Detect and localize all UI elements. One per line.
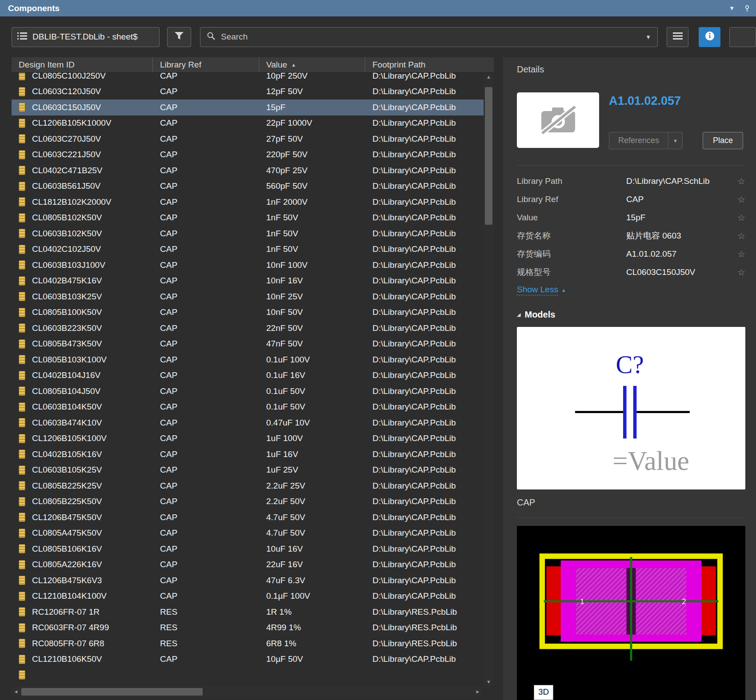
component-icon [19, 497, 25, 506]
design-item-id: CL0603B223K50V [32, 323, 102, 333]
library-ref: CAP [160, 434, 177, 443]
vertical-scrollbar[interactable]: ▲ ▼ [484, 73, 494, 686]
table-row[interactable]: CL0603C120J50V CAP 12pF 50V D:\Library\C… [12, 84, 494, 100]
table-row[interactable]: CL0603C150J50V CAP 15pF D:\Library\CAP.P… [12, 99, 494, 115]
table-row[interactable]: RC0603FR-07 4R99 RES 4R99 1% D:\Library\… [12, 620, 494, 636]
table-row[interactable]: CL1210B106K50V CAP 10µF 50V D:\Library\C… [12, 652, 494, 668]
table-row[interactable]: CL0805B103K100V CAP 0.1uF 100V D:\Librar… [12, 352, 494, 368]
search-history-arrow-icon[interactable]: ▼ [645, 34, 651, 40]
table-row[interactable]: CL0603B104K50V CAP 0.1uF 50V D:\Library\… [12, 399, 494, 415]
property-value: A1.01.02.057 [626, 249, 733, 259]
place-button[interactable]: Place [703, 132, 743, 149]
references-button[interactable]: References ▼ [609, 132, 683, 149]
favorite-star-icon[interactable]: ☆ [733, 212, 745, 223]
table-row[interactable]: CL0805A475K50V CAP 4.7uF 50V D:\Library\… [12, 525, 494, 541]
table-row[interactable]: CL1206B475K50V CAP 4.7uF 50V D:\Library\… [12, 509, 494, 525]
design-item-id: CL0805B225K25V [32, 481, 102, 491]
favorite-star-icon[interactable]: ☆ [733, 231, 745, 241]
table-row[interactable]: CL0603B474K10V CAP 0.47uF 10V D:\Library… [12, 415, 494, 431]
3d-view-button[interactable]: 3D [534, 685, 553, 700]
table-row[interactable]: RC1206FR-07 1R RES 1R 1% D:\Library\RES.… [12, 604, 494, 620]
filter-button[interactable] [167, 27, 191, 47]
table-row[interactable]: CL0805B100K50V CAP 10nF 50V D:\Library\C… [12, 305, 494, 321]
favorite-star-icon[interactable]: ☆ [733, 249, 745, 259]
component-value: 22nF 50V [266, 323, 303, 333]
horizontal-scroll-thumb[interactable] [21, 688, 203, 696]
schematic-designator: C? [616, 350, 644, 378]
panel-options-button[interactable] [667, 27, 688, 47]
table-row[interactable]: CL1206B475K6V3 CAP 47uF 6.3V D:\Library\… [12, 573, 494, 589]
property-row: Library Path D:\Library\CAP.SchLib ☆ [517, 172, 745, 190]
component-icon [19, 245, 25, 254]
component-icon [19, 449, 25, 459]
table-row[interactable]: RC0805FR-07 6R8 RES 6R8 1% D:\Library\RE… [12, 636, 494, 652]
table-row[interactable]: CL0603B561J50V CAP 560pF 50V D:\Library\… [12, 179, 494, 195]
favorite-star-icon[interactable]: ☆ [733, 176, 745, 187]
design-item-id: CL0805B104J50V [32, 386, 100, 396]
clipped-toolbar-button[interactable] [729, 27, 756, 47]
column-header-design-item-id[interactable]: Design Item ID [12, 57, 153, 72]
table-row[interactable]: CL1210B104K100V CAP 0.1µF 100V D:\Librar… [12, 589, 494, 605]
column-header-library-ref[interactable]: Library Ref [153, 57, 259, 72]
table-row[interactable]: CL0603B105K25V CAP 1uF 25V D:\Library\CA… [12, 462, 494, 478]
design-item-id: CL1206B105K1000V [32, 118, 112, 128]
footprint-path: D:\Library\CAP.PcbLib [372, 513, 456, 522]
table-row[interactable]: CL0805B225K25V CAP 2.2uF 25V D:\Library\… [12, 478, 494, 494]
column-header-footprint-path[interactable]: Footprint Path [365, 57, 494, 72]
table-row[interactable]: CL0603B223K50V CAP 22nF 50V D:\Library\C… [12, 320, 494, 336]
table-row[interactable]: CL0402B105K16V CAP 1uF 16V D:\Library\CA… [12, 446, 494, 462]
panel-menu-icon[interactable]: ▼ [729, 5, 735, 12]
component-value: 560pF 50V [266, 181, 308, 191]
table-row[interactable]: CL0603C270J50V CAP 27pF 50V D:\Library\C… [12, 131, 494, 147]
table-row[interactable]: CL0805B106K16V CAP 10uF 16V D:\Library\C… [12, 541, 494, 557]
table-row[interactable]: CL0805B104J50V CAP 0.1uF 50V D:\Library\… [12, 383, 494, 399]
models-section-header[interactable]: ◢ Models [517, 310, 745, 320]
footprint-path: D:\Library\CAP.PcbLib [372, 528, 456, 538]
table-row[interactable]: CL0805B225K50V CAP 2.2uF 50V D:\Library\… [12, 494, 494, 510]
table-row[interactable]: CL0603C221J50V CAP 220pF 50V D:\Library\… [12, 147, 494, 163]
pin-icon[interactable] [744, 5, 751, 12]
table-row[interactable]: CL1206B105K1000V CAP 22pF 1000V D:\Libra… [12, 115, 494, 131]
table-row[interactable]: CL0805B102K50V CAP 1nF 50V D:\Library\CA… [12, 210, 494, 226]
component-icon [19, 197, 25, 207]
scroll-left-icon[interactable]: ◄ [12, 686, 20, 697]
table-row[interactable]: CL0603B102K50V CAP 1nF 50V D:\Library\CA… [12, 226, 494, 242]
component-value: 1nF 50V [266, 213, 298, 223]
footprint-path: D:\Library\CAP.PcbLib [372, 434, 456, 443]
horizontal-scrollbar[interactable]: ◄ ► [12, 686, 482, 697]
table-row[interactable]: CL0402C471B25V CAP 470pF 25V D:\Library\… [12, 163, 494, 179]
references-dropdown-arrow-icon[interactable]: ▼ [668, 132, 682, 149]
search-input[interactable] [221, 32, 640, 42]
design-item-id: CL0805A226K16V [32, 560, 102, 569]
table-row[interactable]: CL0402B475K16V CAP 10nF 16V D:\Library\C… [12, 273, 494, 289]
no-photo-icon [539, 104, 578, 137]
footprint-path: D:\Library\CAP.PcbLib [372, 276, 456, 286]
component-value: 220pF 50V [266, 150, 308, 159]
favorite-star-icon[interactable]: ☆ [733, 267, 745, 278]
vertical-scroll-thumb[interactable] [485, 87, 492, 225]
table-row[interactable]: CL0402C102J50V CAP 1nF 50V D:\Library\CA… [12, 242, 494, 258]
scroll-down-icon[interactable]: ▼ [484, 678, 494, 686]
property-value: 15pF [626, 213, 733, 223]
design-item-id: CL1210B106K50V [32, 654, 102, 664]
scroll-up-icon[interactable]: ▲ [484, 73, 494, 81]
table-row[interactable]: CL0603B103K25V CAP 10nF 25V D:\Library\C… [12, 289, 494, 305]
favorite-star-icon[interactable]: ☆ [733, 194, 745, 205]
footprint-preview[interactable]: 1 2 3D [517, 526, 745, 700]
column-header-value[interactable]: Value ▲ [259, 57, 365, 72]
table-row[interactable]: CL1206B105K100V CAP 1uF 100V D:\Library\… [12, 431, 494, 447]
table-row[interactable]: CL0402B104J16V CAP 0.1uF 16V D:\Library\… [12, 368, 494, 384]
table-row[interactable]: CL0805A226K16V CAP 22uF 16V D:\Library\C… [12, 557, 494, 573]
table-row[interactable]: CL0805B473K50V CAP 47nF 50V D:\Library\C… [12, 336, 494, 352]
design-item-id: CL0603C150J50V [32, 103, 101, 112]
table-row[interactable] [12, 667, 494, 683]
show-less-link[interactable]: Show Less ▲ [517, 285, 745, 295]
table-row[interactable]: CL1812B102K2000V CAP 1nF 2000V D:\Librar… [12, 194, 494, 210]
scroll-right-icon[interactable]: ► [473, 686, 482, 697]
table-row[interactable]: CL0805C100J250V CAP 10pF 250V D:\Library… [12, 73, 494, 84]
footprint-path: D:\Library\CAP.PcbLib [372, 307, 456, 317]
schematic-preview[interactable]: C? =Value [517, 327, 745, 489]
library-selector[interactable]: DBLIB-TEST.DbLib - sheet$ [12, 27, 160, 47]
table-row[interactable]: CL0603B103J100V CAP 10nF 100V D:\Library… [12, 257, 494, 273]
info-button[interactable] [699, 27, 720, 47]
